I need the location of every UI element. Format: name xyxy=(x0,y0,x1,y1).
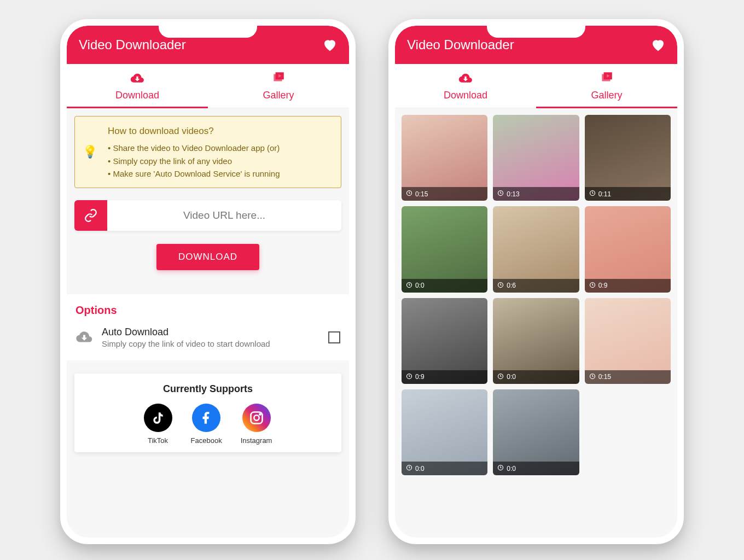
support-facebook-label: Facebook xyxy=(191,436,222,445)
video-thumbnail[interactable]: 0:6 xyxy=(493,206,579,292)
tab-bar: Download Gallery xyxy=(67,64,349,108)
duration-bar: 0:0 xyxy=(402,462,487,475)
video-thumbnail[interactable]: 0:13 xyxy=(493,115,579,201)
duration-bar: 0:9 xyxy=(402,370,487,384)
tab-bar: Download Gallery xyxy=(395,64,677,108)
clock-icon xyxy=(589,282,596,290)
video-thumbnail[interactable]: 0:0 xyxy=(493,389,579,475)
clock-icon xyxy=(406,282,412,290)
url-input-row xyxy=(74,200,341,231)
video-thumbnail[interactable]: 0:9 xyxy=(585,206,671,292)
auto-download-row: Auto Download Simply copy the link of vi… xyxy=(75,326,340,348)
info-item: Make sure 'Auto Download Service' is run… xyxy=(108,167,332,180)
support-tiktok: TikTok xyxy=(144,404,172,445)
tab-download-label: Download xyxy=(115,90,159,101)
clock-icon xyxy=(406,373,412,381)
link-icon xyxy=(74,200,107,231)
app-title: Video Downloader xyxy=(79,37,322,52)
duration-bar: 0:9 xyxy=(585,279,671,293)
video-duration: 0:0 xyxy=(507,465,516,472)
phone-mockup-gallery: Video Downloader Download Gallery xyxy=(388,19,684,544)
video-thumbnail[interactable]: 0:11 xyxy=(585,115,671,201)
clock-icon xyxy=(497,464,504,472)
facebook-icon xyxy=(192,404,220,432)
support-tiktok-label: TikTok xyxy=(148,436,168,445)
auto-download-checkbox[interactable] xyxy=(328,331,340,343)
phone-mockup-download: Video Downloader Download Gallery 💡 xyxy=(60,19,356,544)
video-duration: 0:11 xyxy=(598,190,611,198)
favorites-icon[interactable] xyxy=(322,37,338,53)
clock-icon xyxy=(497,373,504,381)
tab-gallery-label: Gallery xyxy=(263,90,294,101)
cloud-download-icon xyxy=(67,72,208,86)
app-title: Video Downloader xyxy=(407,37,650,52)
tiktok-icon xyxy=(144,404,172,432)
info-title: How to download videos? xyxy=(108,124,332,138)
video-duration: 0:9 xyxy=(415,373,425,381)
video-thumbnail[interactable]: 0:15 xyxy=(585,298,671,384)
clock-icon xyxy=(589,190,596,198)
duration-bar: 0:15 xyxy=(585,370,671,384)
tab-gallery-label: Gallery xyxy=(591,90,622,101)
svg-point-1 xyxy=(254,415,259,420)
duration-bar: 0:0 xyxy=(493,462,579,475)
tab-download[interactable]: Download xyxy=(67,64,208,108)
video-thumbnail[interactable]: 0:15 xyxy=(402,115,487,201)
info-card: 💡 How to download videos? Share the vide… xyxy=(74,116,341,188)
cloud-download-icon xyxy=(75,329,93,346)
svg-point-2 xyxy=(259,414,260,415)
download-content: 💡 How to download videos? Share the vide… xyxy=(67,108,349,278)
tab-download-label: Download xyxy=(444,90,487,101)
supports-card: Currently Supports TikTok Facebook xyxy=(74,374,341,452)
download-button[interactable]: DOWNLOAD xyxy=(156,244,259,270)
gallery-icon xyxy=(536,72,677,86)
tab-gallery[interactable]: Gallery xyxy=(208,64,349,108)
video-duration: 0:15 xyxy=(415,190,428,198)
supports-row: TikTok Facebook Instagram xyxy=(85,404,330,445)
clock-icon xyxy=(589,373,596,381)
app-bar: Video Downloader xyxy=(395,26,677,64)
info-list: Share the video to Video Downloader app … xyxy=(108,142,332,180)
support-instagram-label: Instagram xyxy=(241,436,272,445)
instagram-icon xyxy=(242,404,271,432)
lightbulb-icon: 💡 xyxy=(83,143,97,161)
gallery-icon xyxy=(208,72,349,86)
video-duration: 0:9 xyxy=(598,282,608,289)
auto-download-text: Auto Download Simply copy the link of vi… xyxy=(102,326,319,348)
supports-heading: Currently Supports xyxy=(85,383,330,395)
duration-bar: 0:11 xyxy=(585,187,671,201)
info-item: Share the video to Video Downloader app … xyxy=(108,142,332,154)
screen: Video Downloader Download Gallery xyxy=(395,26,677,538)
clock-icon xyxy=(406,464,412,472)
video-thumbnail[interactable]: 0:9 xyxy=(402,298,487,384)
video-duration: 0:13 xyxy=(507,190,519,198)
video-thumbnail[interactable]: 0:0 xyxy=(402,389,487,475)
video-duration: 0:0 xyxy=(415,282,425,289)
cloud-download-icon xyxy=(395,72,536,86)
support-facebook: Facebook xyxy=(191,404,222,445)
screen: Video Downloader Download Gallery 💡 xyxy=(67,26,349,538)
auto-download-title: Auto Download xyxy=(102,326,319,338)
tab-gallery[interactable]: Gallery xyxy=(536,64,677,108)
video-duration: 0:6 xyxy=(507,282,516,289)
duration-bar: 0:15 xyxy=(402,187,487,201)
app-bar: Video Downloader xyxy=(67,26,349,64)
video-url-input[interactable] xyxy=(107,200,341,231)
duration-bar: 0:6 xyxy=(493,279,579,293)
clock-icon xyxy=(497,190,504,198)
auto-download-subtitle: Simply copy the link of video to start d… xyxy=(102,339,319,348)
favorites-icon[interactable] xyxy=(650,37,666,53)
video-thumbnail[interactable]: 0:0 xyxy=(402,206,487,292)
duration-bar: 0:0 xyxy=(493,370,579,384)
duration-bar: 0:0 xyxy=(402,279,487,293)
tab-download[interactable]: Download xyxy=(395,64,536,108)
video-thumbnail[interactable]: 0:0 xyxy=(493,298,579,384)
clock-icon xyxy=(406,190,412,198)
video-duration: 0:0 xyxy=(507,373,516,381)
options-heading: Options xyxy=(75,304,340,317)
options-section: Options Auto Download Simply copy the li… xyxy=(67,294,349,360)
duration-bar: 0:13 xyxy=(493,187,579,201)
video-duration: 0:0 xyxy=(415,465,425,472)
gallery-grid: 0:15 0:13 0:11 0:0 xyxy=(395,108,677,482)
support-instagram: Instagram xyxy=(241,404,272,445)
